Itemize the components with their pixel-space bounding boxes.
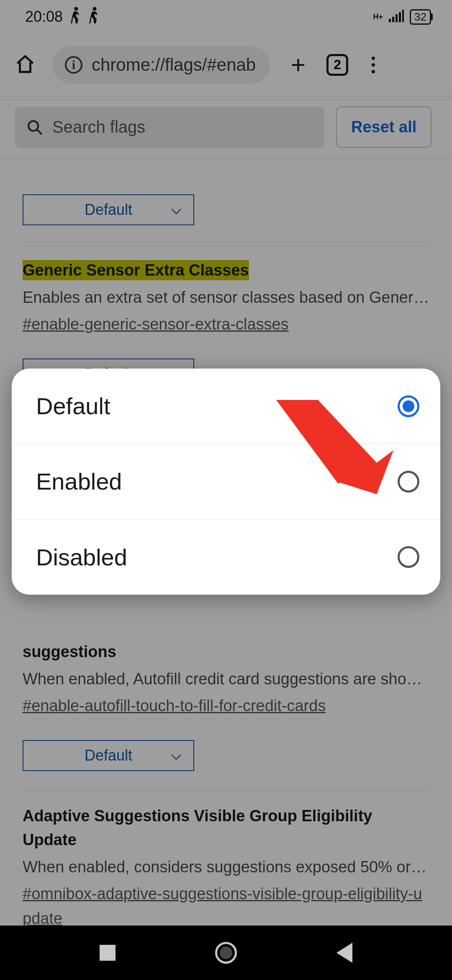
popup-option-disabled[interactable]: Disabled — [12, 519, 440, 595]
radio-icon — [398, 546, 419, 568]
radio-selected-icon — [398, 395, 419, 417]
popup-option-default[interactable]: Default — [12, 369, 440, 444]
back-button[interactable] — [336, 943, 352, 963]
radio-icon — [398, 471, 419, 493]
recent-apps-button[interactable] — [100, 945, 116, 961]
option-popup: Default Enabled Disabled — [12, 369, 440, 595]
popup-option-enabled[interactable]: Enabled — [12, 444, 440, 519]
home-button[interactable] — [215, 942, 237, 964]
system-nav-bar — [0, 926, 452, 980]
